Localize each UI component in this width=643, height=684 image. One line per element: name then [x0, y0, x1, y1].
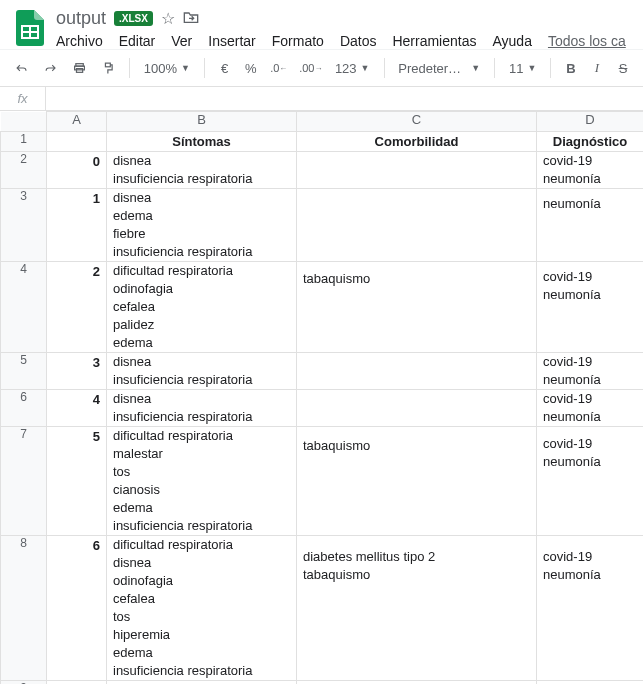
formula-input[interactable] [46, 87, 643, 110]
comorbilidad-cell[interactable] [297, 390, 537, 427]
comorbilidad-cell[interactable] [297, 189, 537, 262]
comorbilidad-cell[interactable] [297, 152, 537, 189]
bold-button[interactable]: B [561, 56, 581, 80]
cell-line: tabaquismo [303, 566, 530, 584]
sintomas-cell[interactable]: disneainsuficiencia respiratoria [107, 152, 297, 189]
menu-ver[interactable]: Ver [171, 33, 192, 49]
sintomas-cell[interactable]: disneainsuficiencia respiratoria [107, 390, 297, 427]
doc-title[interactable]: output [56, 8, 106, 29]
table-row: 97dificultad respiratoria [1, 681, 644, 685]
cell-line: covid-19 [543, 435, 637, 453]
cell-line: tos [113, 608, 290, 626]
col-header-b[interactable]: B [107, 112, 297, 132]
cell-line: fiebre [113, 225, 290, 243]
increase-decimal-button[interactable]: .00→ [297, 56, 325, 80]
row-header[interactable]: 9 [1, 681, 47, 685]
spreadsheet-grid[interactable]: A B C D 1SíntomasComorbilidadDiagnóstico… [0, 111, 643, 684]
menu-insertar[interactable]: Insertar [208, 33, 255, 49]
diagnostico-cell[interactable]: covid-19neumonía [537, 390, 644, 427]
index-cell[interactable]: 3 [47, 353, 107, 390]
menu-todos[interactable]: Todos los ca [548, 33, 626, 49]
corner-cell[interactable] [1, 112, 47, 132]
diagnostico-cell[interactable]: covid-19neumonía [537, 152, 644, 189]
row-header[interactable]: 2 [1, 152, 47, 189]
header-comorbilidad[interactable]: Comorbilidad [297, 132, 537, 152]
index-cell[interactable]: 0 [47, 152, 107, 189]
cell-line: neumonía [543, 195, 637, 213]
comorbilidad-cell[interactable]: tabaquismo [297, 262, 537, 353]
table-row: 1SíntomasComorbilidadDiagnóstico [1, 132, 644, 152]
italic-button[interactable]: I [587, 56, 607, 80]
index-cell[interactable]: 2 [47, 262, 107, 353]
comorbilidad-cell[interactable]: tabaquismo [297, 427, 537, 536]
cell-line: neumonía [543, 453, 637, 471]
index-cell[interactable]: 5 [47, 427, 107, 536]
menu-datos[interactable]: Datos [340, 33, 377, 49]
comorbilidad-cell[interactable] [297, 353, 537, 390]
redo-button[interactable] [39, 56, 62, 80]
comorbilidad-cell[interactable] [297, 681, 537, 685]
menu-editar[interactable]: Editar [119, 33, 156, 49]
diagnostico-cell[interactable] [537, 681, 644, 685]
menu-ayuda[interactable]: Ayuda [492, 33, 531, 49]
zoom-select[interactable]: 100%▼ [140, 61, 194, 76]
sintomas-cell[interactable]: disneaedemafiebreinsuficiencia respirato… [107, 189, 297, 262]
cell-line: disnea [113, 189, 290, 207]
menu-formato[interactable]: Formato [272, 33, 324, 49]
sheets-logo[interactable] [10, 8, 50, 48]
fontsize-label: 11 [509, 61, 523, 76]
row-header[interactable]: 5 [1, 353, 47, 390]
row-header[interactable]: 3 [1, 189, 47, 262]
sintomas-cell[interactable]: dificultad respiratoriadisneaodinofagiac… [107, 536, 297, 681]
star-icon[interactable]: ☆ [161, 9, 175, 28]
row-header[interactable]: 1 [1, 132, 47, 152]
move-icon[interactable] [183, 10, 199, 28]
index-cell[interactable]: 4 [47, 390, 107, 427]
numfmt-label: 123 [335, 61, 357, 76]
zoom-label: 100% [144, 61, 177, 76]
col-header-c[interactable]: C [297, 112, 537, 132]
font-select[interactable]: Predetermi...▼ [394, 61, 484, 76]
cell-line: odinofagia [113, 572, 290, 590]
cell[interactable] [47, 132, 107, 152]
cell-line: covid-19 [543, 268, 637, 286]
col-header-d[interactable]: D [537, 112, 644, 132]
col-header-a[interactable]: A [47, 112, 107, 132]
decrease-decimal-button[interactable]: .0← [267, 56, 291, 80]
diagnostico-cell[interactable]: neumonía [537, 189, 644, 262]
fontsize-select[interactable]: 11▼ [505, 61, 540, 76]
undo-button[interactable] [10, 56, 33, 80]
print-button[interactable] [68, 56, 91, 80]
paint-format-button[interactable] [97, 56, 119, 80]
number-format-select[interactable]: 123▼ [331, 61, 374, 76]
menu-archivo[interactable]: Archivo [56, 33, 103, 49]
diagnostico-cell[interactable]: covid-19neumonía [537, 536, 644, 681]
cell-line: edema [113, 334, 290, 352]
cell-line: neumonía [543, 286, 637, 304]
sintomas-cell[interactable]: dificultad respiratoria [107, 681, 297, 685]
row-header[interactable]: 8 [1, 536, 47, 681]
strike-button[interactable]: S [613, 56, 633, 80]
sintomas-cell[interactable]: disneainsuficiencia respiratoria [107, 353, 297, 390]
diagnostico-cell[interactable]: covid-19neumonía [537, 262, 644, 353]
comorbilidad-cell[interactable]: diabetes mellitus tipo 2tabaquismo [297, 536, 537, 681]
diagnostico-cell[interactable]: covid-19neumonía [537, 427, 644, 536]
cell-line: neumonía [543, 566, 637, 584]
row-header[interactable]: 7 [1, 427, 47, 536]
header-sintomas[interactable]: Síntomas [107, 132, 297, 152]
cell-line: disnea [113, 353, 290, 371]
index-cell[interactable]: 7 [47, 681, 107, 685]
percent-button[interactable]: % [241, 56, 261, 80]
cell-line: covid-19 [543, 390, 637, 408]
row-header[interactable]: 6 [1, 390, 47, 427]
row-header[interactable]: 4 [1, 262, 47, 353]
menu-herramientas[interactable]: Herramientas [392, 33, 476, 49]
sintomas-cell[interactable]: dificultad respiratoriamalestartoscianos… [107, 427, 297, 536]
cell-line: hiperemia [113, 626, 290, 644]
header-diagnostico[interactable]: Diagnóstico [537, 132, 644, 152]
diagnostico-cell[interactable]: covid-19neumonía [537, 353, 644, 390]
index-cell[interactable]: 1 [47, 189, 107, 262]
currency-button[interactable]: € [215, 56, 235, 80]
index-cell[interactable]: 6 [47, 536, 107, 681]
sintomas-cell[interactable]: dificultad respiratoriaodinofagiacefalea… [107, 262, 297, 353]
